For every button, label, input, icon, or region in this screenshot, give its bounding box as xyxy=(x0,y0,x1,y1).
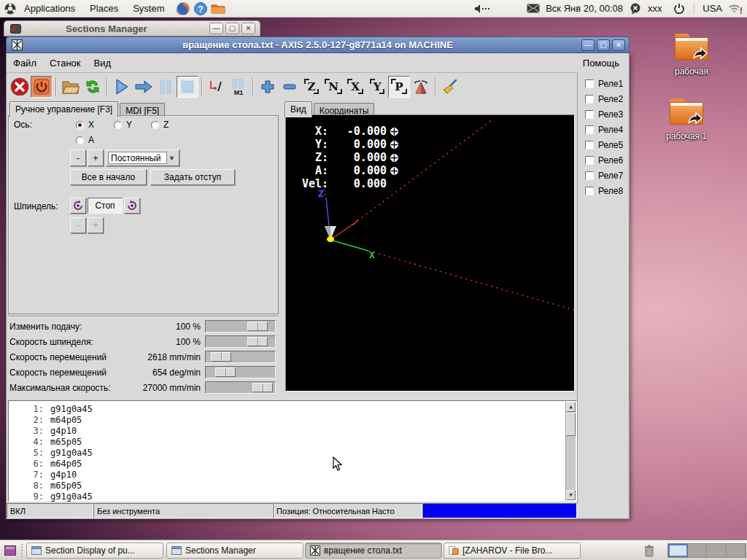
jog-plus-button[interactable]: + xyxy=(88,149,104,166)
network-icon[interactable]: ! xyxy=(728,3,743,15)
task-section-display[interactable]: Section Display of pu... xyxy=(26,542,163,559)
relay4-checkbox[interactable] xyxy=(585,125,594,134)
menu-system[interactable]: System xyxy=(125,0,171,18)
sections-manager-window[interactable]: Sections Manager — ▢ ✕ xyxy=(4,20,260,36)
workspace-switcher[interactable] xyxy=(667,543,746,558)
clock[interactable]: Вск Янв 20, 00:08 xyxy=(546,3,623,14)
help-icon[interactable]: ? xyxy=(193,1,208,16)
radio-label-z: Z xyxy=(163,120,169,130)
task-file-browser[interactable]: [ZAHAROV - File Bro... xyxy=(444,542,581,559)
close-button[interactable]: ✕ xyxy=(612,39,625,51)
volume-muted-icon[interactable] xyxy=(474,4,490,14)
step-arrow-icon xyxy=(134,79,153,94)
menu-file[interactable]: Файл xyxy=(7,55,43,71)
reload-button[interactable] xyxy=(82,76,104,98)
slider-value: 100 % xyxy=(176,322,201,332)
menu-places[interactable]: Places xyxy=(82,0,125,18)
view-x-button[interactable]: X xyxy=(344,76,366,98)
rotate-button[interactable] xyxy=(410,76,432,98)
im-username[interactable]: xxx xyxy=(648,3,662,14)
im-status-icon[interactable] xyxy=(629,3,642,15)
tab-preview[interactable]: Вид xyxy=(285,101,312,117)
gcode-listing[interactable]: 1:g91g0a45 2:m64p05 3:g4p10 4:m65p05 5:g… xyxy=(8,400,577,502)
relay7-checkbox[interactable] xyxy=(585,171,594,180)
task-axis[interactable]: вращение стола.txt xyxy=(305,542,442,559)
open-file-button[interactable] xyxy=(60,76,82,98)
zoom-in-button[interactable] xyxy=(257,76,279,98)
view-z-button[interactable]: Z xyxy=(301,76,322,98)
jog-minus-button[interactable]: - xyxy=(70,149,86,166)
spindle-override-slider[interactable] xyxy=(205,335,276,348)
optional-pause-button[interactable]: M1 xyxy=(228,76,249,98)
menu-applications[interactable]: Applications xyxy=(17,0,82,18)
zoom-out-button[interactable] xyxy=(279,76,301,98)
home-all-button[interactable]: Все в начало xyxy=(70,169,147,185)
close-button[interactable]: ✕ xyxy=(241,23,255,34)
axis-menubar: Файл Станок Вид Помощь xyxy=(7,53,629,72)
preview-canvas[interactable]: Z X X:-0.000 Y:0.000 Z:0.000 A:0.000 Vel… xyxy=(285,114,575,392)
spindle-slower-button[interactable]: - xyxy=(70,217,86,233)
workspace-1[interactable] xyxy=(668,544,688,557)
tab-manual-control[interactable]: Ручное управление [F3] xyxy=(9,101,118,117)
workspace-2[interactable] xyxy=(688,544,707,557)
keyboard-layout[interactable]: USA xyxy=(703,3,722,14)
minimize-button[interactable]: — xyxy=(209,23,223,34)
view-y-button[interactable]: Y xyxy=(366,76,388,98)
maximize-button[interactable]: ▢ xyxy=(225,23,239,34)
jog-speed-slider[interactable] xyxy=(205,351,276,363)
spindle-ccw-icon xyxy=(72,200,84,211)
desktop-icon-rabochaya[interactable]: рабочая xyxy=(659,29,724,77)
spindle-faster-button[interactable]: + xyxy=(88,217,104,233)
pause-button[interactable] xyxy=(155,76,177,98)
relay1-label: Реле1 xyxy=(598,79,623,89)
relay5-checkbox[interactable] xyxy=(585,141,594,149)
minimize-button[interactable]: — xyxy=(581,39,595,51)
trash-icon[interactable] xyxy=(642,543,657,558)
relay2-checkbox[interactable] xyxy=(585,95,594,104)
radio-axis-x[interactable] xyxy=(76,121,84,129)
power-icon[interactable] xyxy=(673,3,685,15)
mail-icon[interactable] xyxy=(527,4,540,13)
menu-help[interactable]: Помощь xyxy=(576,55,626,71)
relay3-checkbox[interactable] xyxy=(585,110,594,119)
scroll-up-icon[interactable]: ▲ xyxy=(566,402,576,412)
maximize-button[interactable]: ▢ xyxy=(597,39,610,51)
radio-axis-z[interactable] xyxy=(151,121,159,129)
show-desktop-button[interactable] xyxy=(2,543,18,558)
machine-power-button[interactable] xyxy=(31,76,53,98)
estop-button[interactable] xyxy=(9,76,31,98)
workspace-4[interactable] xyxy=(727,544,746,557)
touch-off-button[interactable]: Задать отступ xyxy=(150,169,235,185)
run-button[interactable] xyxy=(111,76,133,98)
menu-machine[interactable]: Станок xyxy=(43,55,88,71)
firefox-icon[interactable] xyxy=(176,1,190,16)
distributor-logo-icon[interactable] xyxy=(4,2,17,15)
scrollbar-thumb[interactable] xyxy=(566,413,576,436)
axis-titlebar[interactable]: вращение стола.txt - AXIS 2.5.0-127-g877… xyxy=(6,36,630,53)
feed-override-slider[interactable] xyxy=(205,320,276,332)
spindle-cw-button[interactable] xyxy=(124,198,140,214)
relay6-checkbox[interactable] xyxy=(585,156,594,165)
radio-axis-y[interactable] xyxy=(114,121,122,129)
angular-jog-slider[interactable] xyxy=(205,366,276,378)
radio-axis-a[interactable] xyxy=(76,136,84,144)
view-z2-button[interactable]: N xyxy=(322,76,344,98)
view-p-button[interactable]: P xyxy=(388,76,410,98)
relay1-checkbox[interactable] xyxy=(585,79,594,88)
menu-view[interactable]: Вид xyxy=(88,55,118,71)
folder-panel-icon[interactable] xyxy=(211,3,225,15)
spindle-ccw-button[interactable] xyxy=(70,198,86,214)
scroll-down-icon[interactable]: ▼ xyxy=(566,490,576,500)
spindle-stop-button[interactable]: Стоп xyxy=(88,198,123,214)
skip-lines-button[interactable]: / xyxy=(206,76,228,98)
max-velocity-slider[interactable] xyxy=(205,381,276,394)
clear-plot-button[interactable] xyxy=(439,76,461,98)
task-sections-manager[interactable]: Sections Manager xyxy=(166,542,303,559)
workspace-3[interactable] xyxy=(707,544,726,557)
relay8-checkbox[interactable] xyxy=(585,187,594,195)
desktop-icon-rabochaya-1[interactable]: рабочая 1 xyxy=(654,94,719,141)
gcode-scrollbar[interactable]: ▲ ▼ xyxy=(565,402,576,500)
jog-mode-dropdown[interactable]: Постоянный ▼ xyxy=(106,149,179,166)
step-button[interactable] xyxy=(133,76,155,98)
stop-button[interactable] xyxy=(177,76,198,98)
